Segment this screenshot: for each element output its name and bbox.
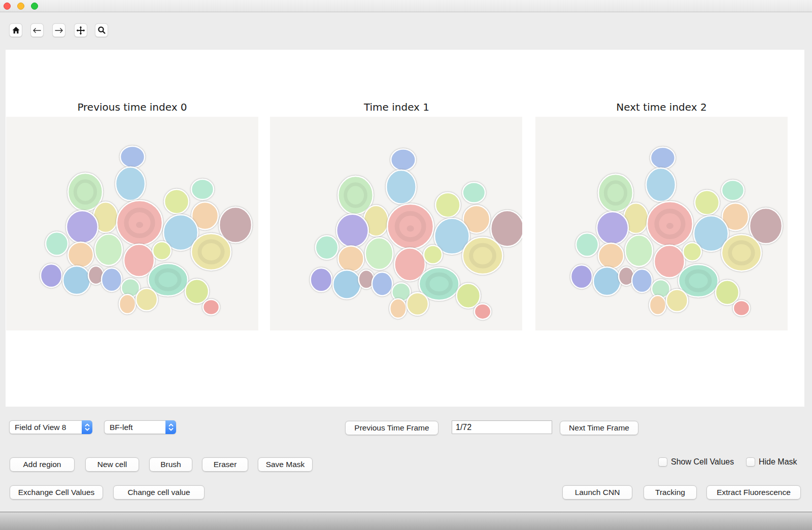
cell-image-current[interactable] [270,117,522,330]
panel-title-current: Time index 1 [270,100,523,114]
extract-fluorescence-button[interactable]: Extract Fluorescence [706,485,801,500]
new-cell-button[interactable]: New cell [85,457,139,472]
zoom-magnifier-icon [97,26,106,35]
minimize-window-button[interactable] [17,3,24,10]
show-cell-values-label: Show Cell Values [671,457,734,467]
save-mask-button[interactable]: Save Mask [258,457,313,472]
hide-mask-label: Hide Mask [759,457,797,467]
hide-mask-checkbox[interactable] [746,457,755,467]
select-stepper-icon [165,420,176,434]
panel-title-previous: Previous time index 0 [6,100,258,114]
brush-button[interactable]: Brush [149,457,192,472]
status-bar [0,512,812,530]
pan-move-icon [76,26,85,35]
forward-button[interactable] [52,23,65,37]
field-of-view-value: Field of View 8 [10,423,82,432]
close-window-button[interactable] [4,3,11,10]
panel-next-time[interactable] [535,117,788,330]
window-titlebar [0,0,812,12]
channel-value: BF-left [105,423,165,432]
cell-image-previous[interactable] [6,117,258,330]
pan-button[interactable] [74,23,87,37]
eraser-button[interactable]: Eraser [202,457,248,472]
change-cell-value-button[interactable]: Change cell value [113,485,205,500]
tracking-button[interactable]: Tracking [644,485,697,500]
cell-image-next[interactable] [535,117,788,330]
back-arrow-icon [32,26,42,35]
launch-cnn-button[interactable]: Launch CNN [562,485,632,500]
show-cell-values-checkbox[interactable] [658,457,667,467]
back-button[interactable] [30,23,44,37]
time-frame-input[interactable]: 1/72 [452,420,552,434]
zoom-button[interactable] [95,23,108,37]
zoom-window-button[interactable] [31,3,38,10]
hide-mask-group: Hide Mask [746,457,797,467]
show-cell-values-group: Show Cell Values [658,457,734,467]
home-button[interactable] [9,23,22,37]
select-stepper-icon [82,420,92,434]
forward-arrow-icon [54,26,63,35]
next-time-frame-button[interactable]: Next Time Frame [560,421,638,435]
panel-previous-time[interactable] [6,117,258,330]
field-of-view-select[interactable]: Field of View 8 [9,420,92,434]
previous-time-frame-button[interactable]: Previous Time Frame [345,421,438,435]
channel-select[interactable]: BF-left [104,420,176,434]
exchange-cell-values-button[interactable]: Exchange Cell Values [10,485,103,500]
panel-current-time[interactable] [270,117,522,330]
add-region-button[interactable]: Add region [10,457,75,472]
home-icon [12,26,20,35]
panel-title-next: Next time index 2 [535,100,788,114]
